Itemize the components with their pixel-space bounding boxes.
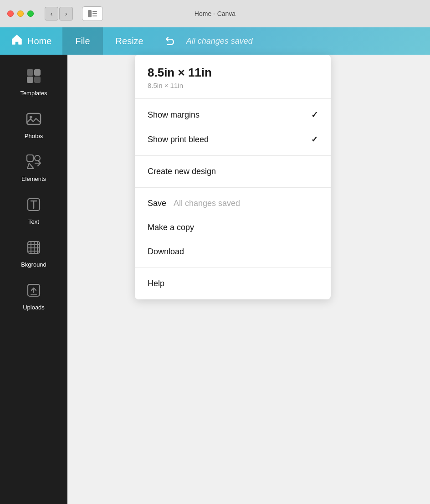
sidebar-item-elements[interactable]: Elements: [6, 148, 61, 189]
traffic-lights: [7, 10, 34, 17]
forward-button[interactable]: ›: [59, 7, 73, 21]
svg-rect-4: [27, 69, 33, 76]
sidebar-item-elements-label: Elements: [21, 175, 46, 182]
sidebar-toggle-button[interactable]: [82, 6, 103, 21]
sidebar-item-photos-label: Photos: [25, 133, 43, 139]
make-a-copy-item[interactable]: Make a copy: [135, 216, 331, 240]
show-print-bleed-label: Show print bleed: [148, 135, 209, 144]
show-print-bleed-item[interactable]: Show print bleed ✓: [135, 127, 331, 152]
close-button[interactable]: [7, 10, 14, 17]
background-icon: [26, 240, 41, 258]
create-new-design-item[interactable]: Create new design: [135, 159, 331, 184]
svg-rect-0: [88, 10, 92, 17]
save-item[interactable]: Save All changes saved: [135, 191, 331, 216]
elements-icon: [26, 154, 41, 173]
design-size-subtitle: 8.5in × 11in: [148, 82, 318, 89]
fullscreen-button[interactable]: [27, 10, 34, 17]
help-label: Help: [148, 279, 164, 288]
uploads-icon: [26, 283, 41, 301]
sidebar-item-templates-label: Templates: [20, 90, 47, 97]
sidebar-item-photos[interactable]: Photos: [6, 105, 61, 146]
home-icon: [11, 34, 23, 48]
window-title: Home - Canva: [195, 10, 235, 17]
main-layout: Templates Photos Elements: [0, 55, 430, 504]
sidebar-item-text[interactable]: Text: [6, 190, 61, 231]
minimize-button[interactable]: [17, 10, 24, 17]
canvas-area: 8.5in × 11in 8.5in × 11in Show margins ✓…: [67, 55, 430, 504]
svg-point-9: [30, 116, 32, 118]
display-options-section: Show margins ✓ Show print bleed ✓: [135, 99, 331, 156]
undo-icon: [164, 35, 175, 47]
help-item[interactable]: Help: [135, 272, 331, 296]
templates-icon: [26, 68, 41, 87]
sidebar-item-uploads-label: Uploads: [23, 304, 45, 311]
file-dropdown-menu: 8.5in × 11in 8.5in × 11in Show margins ✓…: [135, 55, 331, 299]
make-a-copy-label: Make a copy: [148, 223, 194, 232]
back-button[interactable]: ‹: [45, 7, 58, 21]
resize-label: Resize: [116, 36, 143, 46]
menu-header: 8.5in × 11in 8.5in × 11in: [135, 55, 331, 99]
nav-buttons: ‹ ›: [45, 7, 73, 21]
show-margins-item[interactable]: Show margins ✓: [135, 103, 331, 127]
sidebar-item-background-label: Bkground: [21, 261, 46, 268]
saved-status-text: All changes saved: [186, 36, 253, 46]
undo-button[interactable]: [156, 27, 183, 55]
svg-rect-7: [34, 77, 41, 83]
forward-icon: ›: [65, 10, 67, 17]
svg-rect-6: [27, 77, 33, 83]
sidebar-item-background[interactable]: Bkground: [6, 233, 61, 274]
back-icon: ‹: [51, 10, 53, 17]
svg-rect-1: [92, 11, 97, 12]
svg-rect-5: [34, 69, 41, 76]
titlebar: ‹ › Home - Canva: [0, 0, 430, 27]
photos-icon: [26, 111, 41, 130]
home-button[interactable]: Home: [0, 27, 62, 55]
help-section: Help: [135, 268, 331, 299]
svg-point-11: [35, 155, 40, 161]
create-section: Create new design: [135, 156, 331, 188]
file-label: File: [75, 36, 90, 46]
file-actions-section: Save All changes saved Make a copy Downl…: [135, 188, 331, 268]
show-margins-check-icon: ✓: [311, 110, 318, 120]
file-button[interactable]: File: [62, 27, 102, 55]
sidebar-item-uploads[interactable]: Uploads: [6, 276, 61, 317]
download-item[interactable]: Download: [135, 240, 331, 264]
download-label: Download: [148, 247, 184, 257]
svg-rect-3: [92, 15, 97, 16]
svg-rect-10: [27, 155, 33, 161]
show-margins-label: Show margins: [148, 110, 200, 120]
sidebar-item-templates[interactable]: Templates: [6, 62, 61, 103]
save-status-label: All changes saved: [174, 199, 240, 208]
create-new-design-label: Create new design: [148, 167, 216, 176]
home-label: Home: [27, 36, 51, 46]
text-icon: [26, 197, 41, 216]
save-label: Save: [148, 199, 166, 208]
sidebar: Templates Photos Elements: [0, 55, 67, 504]
app-header: Home File Resize All changes saved: [0, 27, 430, 55]
resize-button[interactable]: Resize: [103, 27, 156, 55]
design-size-title: 8.5in × 11in: [148, 66, 318, 80]
sidebar-toggle-icon: [88, 10, 97, 17]
show-print-bleed-check-icon: ✓: [311, 134, 318, 144]
svg-rect-8: [27, 113, 41, 124]
svg-rect-2: [92, 13, 97, 14]
sidebar-item-text-label: Text: [28, 218, 39, 225]
